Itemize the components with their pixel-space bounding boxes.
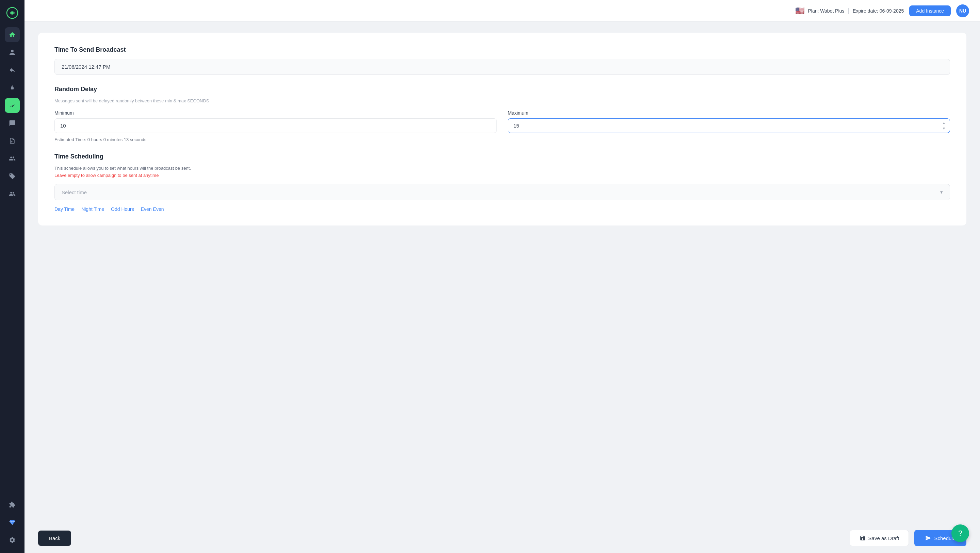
quick-time-night[interactable]: Night Time bbox=[81, 207, 104, 212]
scheduling-note: Leave empty to allow campaign to be sent… bbox=[54, 173, 950, 178]
random-delay-subtitle: Messages sent will be delayed randomly b… bbox=[54, 98, 950, 103]
quick-time-even[interactable]: Even Even bbox=[141, 207, 164, 212]
max-label: Maximum bbox=[508, 110, 950, 116]
save-draft-label: Save as Draft bbox=[869, 536, 899, 541]
sidebar-item-plugin[interactable] bbox=[5, 497, 20, 512]
help-fab-button[interactable]: ? bbox=[951, 524, 969, 542]
sidebar-item-tags[interactable] bbox=[5, 169, 20, 184]
quick-time-odd[interactable]: Odd Hours bbox=[111, 207, 134, 212]
footer-right: Save as Draft Schedule bbox=[850, 530, 966, 546]
svg-point-4 bbox=[13, 88, 13, 89]
save-icon bbox=[859, 535, 865, 541]
page-content: Time To Send Broadcast 21/06/2024 12:47 … bbox=[24, 22, 980, 523]
plan-label: Plan: Wabot Plus bbox=[808, 8, 844, 14]
add-instance-button[interactable]: Add Instance bbox=[909, 5, 951, 16]
time-to-send-title: Time To Send Broadcast bbox=[54, 46, 950, 53]
save-draft-button[interactable]: Save as Draft bbox=[850, 530, 909, 546]
footer: Back Save as Draft Schedule bbox=[24, 523, 980, 553]
sidebar-item-settings[interactable] bbox=[5, 532, 20, 548]
spinner-down-button[interactable]: ▼ bbox=[941, 126, 947, 131]
svg-point-1 bbox=[11, 12, 13, 14]
delay-row: Minimum Maximum ▲ ▼ bbox=[54, 110, 950, 133]
time-scheduling-title: Time Scheduling bbox=[54, 153, 950, 160]
send-icon bbox=[925, 535, 931, 541]
min-col: Minimum bbox=[54, 110, 497, 133]
spinner-buttons: ▲ ▼ bbox=[941, 121, 947, 131]
expire-label: Expire date: 06-09-2025 bbox=[853, 8, 904, 14]
sidebar bbox=[0, 0, 24, 553]
dropdown-chevron-icon: ▾ bbox=[940, 189, 943, 195]
user-avatar[interactable]: NU bbox=[956, 5, 969, 17]
sidebar-item-broadcast[interactable] bbox=[5, 98, 20, 113]
select-time-dropdown[interactable]: Select time ▾ bbox=[54, 184, 950, 200]
flag-icon: 🇺🇸 bbox=[795, 6, 804, 15]
quick-time-day[interactable]: Day Time bbox=[54, 207, 75, 212]
sidebar-item-team[interactable] bbox=[5, 186, 20, 201]
time-to-send-value: 21/06/2024 12:47 PM bbox=[54, 59, 950, 75]
sidebar-item-bot[interactable] bbox=[5, 80, 20, 95]
header: 🇺🇸 Plan: Wabot Plus | Expire date: 06-09… bbox=[24, 0, 980, 22]
max-input[interactable] bbox=[508, 118, 950, 133]
sidebar-item-contacts[interactable] bbox=[5, 151, 20, 166]
scheduling-description: This schedule allows you to set what hou… bbox=[54, 165, 950, 171]
sidebar-item-user[interactable] bbox=[5, 45, 20, 60]
main-content: 🇺🇸 Plan: Wabot Plus | Expire date: 06-09… bbox=[24, 0, 980, 553]
spinner-up-button[interactable]: ▲ bbox=[941, 121, 947, 126]
random-delay-title: Random Delay bbox=[54, 86, 950, 93]
svg-point-3 bbox=[11, 88, 12, 89]
estimated-time: Estimated Time: 0 hours 0 minutes 13 sec… bbox=[54, 137, 950, 142]
main-card: Time To Send Broadcast 21/06/2024 12:47 … bbox=[38, 33, 966, 226]
sidebar-item-home[interactable] bbox=[5, 27, 20, 42]
sidebar-item-export[interactable] bbox=[5, 133, 20, 148]
sidebar-item-diamond[interactable] bbox=[5, 515, 20, 530]
sidebar-item-reply[interactable] bbox=[5, 63, 20, 78]
min-input[interactable] bbox=[54, 118, 497, 133]
quick-times: Day Time Night Time Odd Hours Even Even bbox=[54, 207, 950, 212]
back-button[interactable]: Back bbox=[38, 531, 71, 546]
app-logo[interactable] bbox=[5, 5, 20, 21]
select-time-placeholder: Select time bbox=[62, 189, 87, 195]
max-input-wrapper: ▲ ▼ bbox=[508, 118, 950, 133]
min-label: Minimum bbox=[54, 110, 497, 116]
header-plan-info: 🇺🇸 Plan: Wabot Plus | Expire date: 06-09… bbox=[795, 6, 904, 15]
sidebar-item-chat[interactable] bbox=[5, 116, 20, 130]
max-col: Maximum ▲ ▼ bbox=[508, 110, 950, 133]
header-divider: | bbox=[848, 7, 850, 14]
